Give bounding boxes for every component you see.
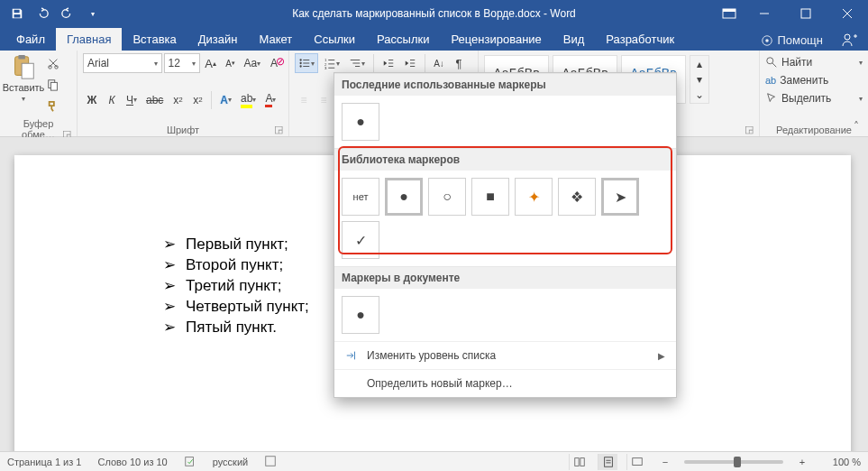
undo-button[interactable]	[31, 2, 54, 25]
collapse-ribbon-button[interactable]: ˄	[848, 118, 864, 134]
zoom-value[interactable]: 100 %	[821, 457, 861, 467]
styles-launcher-icon[interactable]: ◲	[743, 123, 755, 135]
select-label: Выделить	[781, 92, 831, 105]
share-button[interactable]	[832, 29, 868, 51]
select-button[interactable]: Выделить▾	[765, 89, 863, 107]
show-marks-button[interactable]: ¶	[450, 53, 468, 73]
quick-access-toolbar: ▾	[0, 2, 105, 25]
group-editing-label: Редактирование	[776, 125, 852, 135]
copy-button[interactable]	[43, 75, 63, 95]
tab-insert[interactable]: Вставка	[122, 28, 187, 51]
view-read-button[interactable]	[569, 454, 589, 470]
decrease-indent-button[interactable]	[379, 53, 398, 73]
font-name-combo[interactable]: Arial▾	[83, 53, 162, 73]
clear-formatting-button[interactable]: A⊘	[265, 53, 283, 73]
ribbon-options-button[interactable]	[715, 0, 744, 27]
highlight-button[interactable]: ab▾	[237, 90, 260, 110]
bullets-dropdown: Последние использованные маркеры ● Библи…	[333, 72, 677, 398]
tab-design[interactable]: Дизайн	[187, 28, 249, 51]
svg-rect-10	[18, 55, 25, 60]
bullet-option-disc[interactable]: ●	[342, 296, 379, 334]
tab-view[interactable]: Вид	[553, 28, 596, 51]
bullet-option-4diamond[interactable]: ✦	[515, 178, 553, 216]
svg-rect-1	[723, 9, 736, 12]
font-size-combo[interactable]: 12▾	[164, 53, 200, 73]
tab-mailings[interactable]: Рассылки	[366, 28, 440, 51]
redo-button[interactable]	[56, 2, 79, 25]
bullet-option-diamonds[interactable]: ❖	[558, 178, 596, 216]
group-font-label: Шрифт	[167, 125, 199, 135]
styles-more-button[interactable]: ⌄	[690, 87, 708, 102]
align-left-button[interactable]: ≡	[295, 90, 313, 110]
replace-label: Заменить	[780, 74, 828, 87]
status-language[interactable]: русский	[213, 457, 248, 467]
save-button[interactable]	[5, 2, 29, 25]
bullet-marker-icon: ➢	[164, 318, 175, 338]
define-new-bullet-item[interactable]: Определить новый маркер…	[334, 369, 676, 397]
zoom-in-button[interactable]: +	[792, 454, 812, 470]
define-bullet-label: Определить новый маркер…	[367, 377, 513, 390]
font-color-button[interactable]: A▾	[261, 90, 279, 110]
bullet-option-disc[interactable]: ●	[342, 103, 379, 141]
bullet-option-square[interactable]: ■	[471, 178, 509, 216]
bullet-option-check[interactable]: ✓	[342, 221, 379, 259]
change-list-level-item[interactable]: Изменить уровень списка ▶	[334, 341, 676, 369]
sort-button[interactable]: A↓	[430, 53, 448, 73]
view-print-button[interactable]	[598, 454, 617, 470]
styles-up-button[interactable]: ▴	[690, 56, 708, 71]
zoom-slider[interactable]	[684, 460, 783, 464]
grow-font-button[interactable]: A▴	[202, 53, 220, 73]
bullet-option-disc[interactable]: ●	[385, 178, 423, 216]
paste-label: Вставить	[3, 82, 45, 93]
qat-customize-button[interactable]: ▾	[81, 2, 105, 25]
maximize-button[interactable]	[785, 0, 827, 27]
tab-file[interactable]: Файл	[5, 28, 56, 51]
bullets-button[interactable]: ▾	[295, 53, 318, 73]
replace-button[interactable]: abЗаменить	[765, 71, 863, 89]
tab-developer[interactable]: Разработчик	[595, 28, 685, 51]
bullet-marker-icon: ➢	[164, 297, 175, 318]
multilevel-list-button[interactable]: ▾	[345, 53, 369, 73]
change-case-button[interactable]: Aa▾	[242, 53, 263, 73]
status-accessibility-icon[interactable]	[264, 455, 277, 469]
tab-home[interactable]: Главная	[56, 28, 122, 51]
underline-button[interactable]: Ч▾	[123, 90, 141, 110]
italic-button[interactable]: К	[103, 90, 121, 110]
numbering-button[interactable]: 123▾	[320, 53, 343, 73]
tell-me-button[interactable]: Помощн	[752, 30, 832, 51]
status-page[interactable]: Страница 1 из 1	[7, 457, 81, 467]
strikethrough-button[interactable]: abc	[142, 90, 167, 110]
status-bar: Страница 1 из 1 Слово 10 из 10 русский −…	[0, 451, 868, 471]
superscript-button[interactable]: x2	[188, 90, 206, 110]
close-button[interactable]	[827, 0, 868, 27]
bullet-option-none[interactable]: нет	[342, 178, 379, 216]
increase-indent-button[interactable]	[400, 53, 420, 73]
svg-rect-42	[574, 457, 578, 466]
shrink-font-button[interactable]: A▾	[222, 53, 240, 73]
submenu-arrow-icon: ▶	[658, 351, 665, 361]
find-button[interactable]: Найти▾	[765, 53, 863, 71]
subscript-button[interactable]: x2	[169, 90, 187, 110]
styles-down-button[interactable]: ▾	[690, 71, 708, 87]
status-words[interactable]: Слово 10 из 10	[97, 457, 167, 467]
align-center-button[interactable]: ≡	[315, 90, 333, 110]
font-launcher-icon[interactable]: ◲	[272, 123, 285, 135]
tab-references[interactable]: Ссылки	[303, 28, 366, 51]
bullet-option-circle[interactable]: ○	[428, 178, 466, 216]
svg-rect-3	[801, 9, 810, 18]
svg-rect-40	[185, 457, 193, 466]
paste-button[interactable]: Вставить ▾	[5, 53, 41, 116]
svg-rect-43	[580, 457, 583, 466]
font-name-value: Arial	[87, 57, 109, 69]
tab-review[interactable]: Рецензирование	[440, 28, 552, 51]
tab-layout[interactable]: Макет	[248, 28, 303, 51]
status-spellcheck-icon[interactable]	[184, 455, 196, 469]
cut-button[interactable]	[43, 53, 63, 73]
zoom-out-button[interactable]: −	[655, 454, 675, 470]
minimize-button[interactable]	[744, 0, 785, 27]
bullet-option-arrow[interactable]: ➤	[601, 178, 639, 216]
format-painter-button[interactable]	[43, 97, 63, 116]
bold-button[interactable]: Ж	[83, 90, 101, 110]
view-web-button[interactable]	[626, 454, 646, 470]
text-effects-button[interactable]: A▾	[216, 90, 235, 110]
